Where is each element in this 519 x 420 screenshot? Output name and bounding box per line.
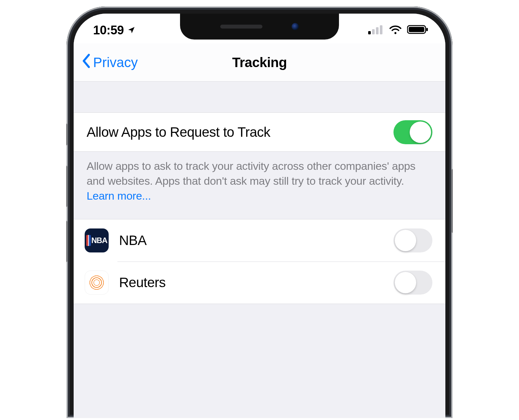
nba-app-icon: NBA — [85, 228, 109, 252]
phone-frame: 10:59 — [66, 6, 453, 418]
page-title: Tracking — [232, 55, 287, 70]
svg-rect-6 — [426, 28, 428, 31]
nav-bar: Privacy Tracking — [74, 43, 445, 82]
section-gap — [74, 82, 445, 113]
tracking-description: Allow apps to ask to track your activity… — [74, 152, 445, 219]
back-button[interactable]: Privacy — [81, 54, 138, 71]
allow-tracking-row: Allow Apps to Request to Track — [74, 113, 445, 152]
speaker-grille — [220, 25, 262, 29]
status-time: 10:59 — [93, 23, 124, 37]
svg-rect-5 — [409, 27, 424, 32]
chevron-left-icon — [81, 54, 91, 71]
screen: 10:59 — [74, 14, 445, 418]
svg-rect-3 — [380, 25, 382, 34]
app-name-label: Reuters — [119, 275, 166, 290]
app-list: NBA NBA Reuters — [74, 219, 445, 304]
app-row-reuters: Reuters — [74, 262, 445, 304]
reuters-toggle[interactable] — [393, 271, 432, 295]
nba-toggle[interactable] — [393, 228, 432, 252]
location-arrow-icon — [127, 23, 136, 37]
front-camera — [292, 23, 299, 30]
svg-rect-1 — [372, 29, 375, 34]
svg-rect-2 — [376, 27, 379, 34]
allow-tracking-label: Allow Apps to Request to Track — [87, 124, 270, 140]
allow-tracking-toggle[interactable] — [393, 120, 432, 144]
app-name-label: NBA — [119, 233, 147, 248]
notch — [180, 14, 339, 40]
back-label: Privacy — [93, 55, 138, 70]
battery-icon — [407, 25, 428, 36]
wifi-icon — [388, 25, 403, 36]
cellular-icon — [368, 25, 384, 36]
learn-more-link[interactable]: Learn more... — [87, 190, 151, 202]
reuters-app-icon — [85, 271, 109, 295]
svg-rect-0 — [368, 31, 371, 34]
tracking-description-text: Allow apps to ask to track your activity… — [87, 160, 416, 187]
app-row-nba: NBA NBA — [74, 219, 445, 262]
